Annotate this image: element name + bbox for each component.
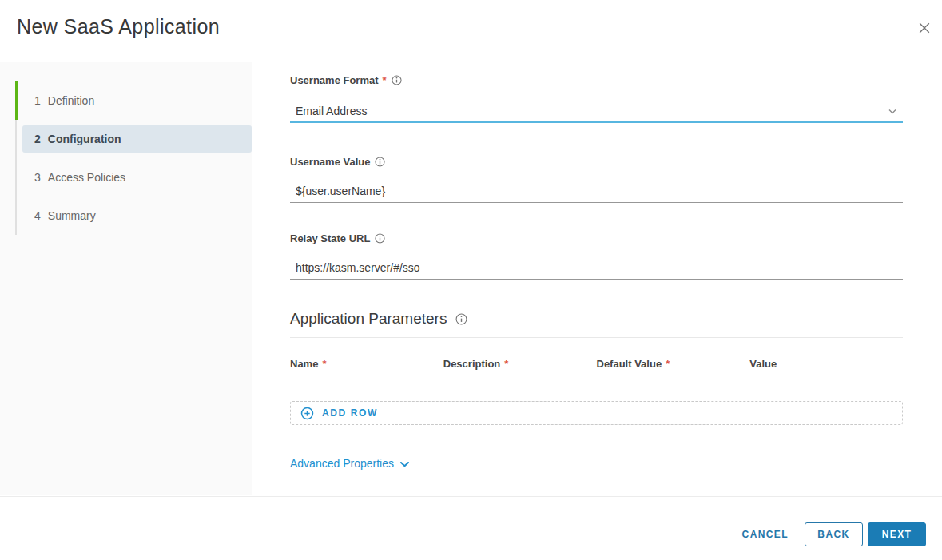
section-divider	[290, 337, 903, 338]
dialog-header: New SaaS Application	[0, 0, 942, 62]
dialog-footer: CANCEL BACK NEXT	[0, 496, 942, 560]
step-label: Access Policies	[48, 171, 125, 184]
close-icon	[917, 21, 932, 38]
back-button[interactable]: BACK	[805, 522, 863, 546]
application-parameters-heading-row: Application Parameters	[290, 310, 903, 328]
column-header-description: Description *	[443, 358, 597, 370]
username-value-input[interactable]	[290, 182, 903, 203]
info-icon[interactable]	[375, 157, 385, 167]
wizard-step-nav: 1 Definition 2 Configuration 3 Access Po…	[0, 62, 252, 495]
username-format-label: Username Format	[290, 74, 379, 86]
close-button[interactable]	[916, 20, 933, 38]
step-summary[interactable]: 4 Summary	[0, 197, 252, 235]
step-number: 3	[34, 171, 41, 184]
step-access-policies[interactable]: 3 Access Policies	[0, 158, 252, 197]
new-saas-application-dialog: New SaaS Application 1 Definition 2 Conf…	[0, 0, 942, 560]
step-label: Configuration	[48, 133, 121, 145]
username-format-select[interactable]: Email Address	[290, 101, 903, 123]
username-value-label: Username Value	[290, 156, 370, 168]
required-marker: *	[322, 358, 326, 370]
dialog-title: New SaaS Application	[17, 15, 220, 38]
column-header-value: Value	[749, 358, 903, 370]
username-value-label-row: Username Value	[290, 156, 903, 168]
required-marker: *	[504, 358, 508, 370]
relay-state-url-label-row: Relay State URL	[290, 232, 903, 244]
add-row-label: ADD ROW	[322, 407, 378, 419]
info-icon[interactable]	[392, 75, 402, 85]
step-label: Definition	[48, 94, 94, 107]
application-parameters-heading: Application Parameters	[290, 310, 447, 328]
chevron-down-icon	[399, 461, 410, 468]
cancel-button[interactable]: CANCEL	[728, 522, 803, 546]
parameters-table-header: Name * Description * Default Value * Val…	[290, 358, 903, 370]
required-marker: *	[666, 358, 670, 370]
username-format-label-row: Username Format *	[290, 74, 903, 86]
column-header-default-value: Default Value *	[597, 358, 750, 370]
step-configuration[interactable]: 2 Configuration	[0, 120, 252, 158]
step-label: Summary	[48, 209, 96, 222]
username-format-selected-value: Email Address	[296, 105, 367, 117]
step-list: 1 Definition 2 Configuration 3 Access Po…	[0, 81, 252, 235]
configuration-form: Username Format * Email Address Username…	[253, 62, 942, 495]
step-number: 1	[34, 94, 41, 107]
column-header-name: Name *	[290, 358, 443, 370]
next-button[interactable]: NEXT	[868, 522, 926, 546]
advanced-properties-toggle[interactable]: Advanced Properties	[290, 457, 410, 470]
add-row-button[interactable]: ADD ROW	[290, 401, 903, 425]
step-number: 2	[34, 133, 41, 145]
step-number: 4	[34, 209, 41, 222]
plus-circle-icon	[300, 407, 314, 420]
relay-state-url-input[interactable]	[290, 259, 903, 280]
info-icon[interactable]	[455, 313, 467, 325]
step-definition[interactable]: 1 Definition	[0, 81, 252, 120]
required-marker: *	[383, 74, 387, 86]
chevron-down-icon	[888, 109, 897, 115]
relay-state-url-label: Relay State URL	[290, 232, 370, 244]
info-icon[interactable]	[375, 233, 385, 244]
advanced-properties-label: Advanced Properties	[290, 457, 394, 470]
